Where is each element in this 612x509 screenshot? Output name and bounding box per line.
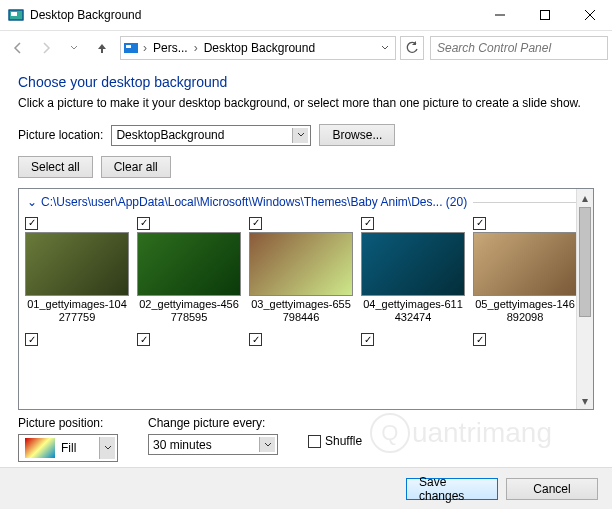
thumbnail-item[interactable]: ✓02_gettyimages-456778595 [137, 213, 241, 326]
thumbnail-checkbox[interactable]: ✓ [249, 217, 262, 230]
close-button[interactable] [567, 0, 612, 30]
chevron-down-icon [259, 437, 275, 452]
chevron-down-icon [99, 437, 115, 459]
thumbnail-image[interactable] [137, 232, 241, 296]
page-heading: Choose your desktop background [18, 74, 594, 90]
maximize-button[interactable] [522, 0, 567, 30]
dialog-footer: Save changes Cancel [0, 467, 612, 509]
recent-dropdown-icon[interactable] [60, 34, 88, 62]
browse-button[interactable]: Browse... [319, 124, 395, 146]
address-dropdown-icon[interactable] [375, 43, 395, 53]
vertical-scrollbar[interactable]: ▴ ▾ [576, 189, 593, 409]
back-button[interactable] [4, 34, 32, 62]
thumbnail-item[interactable]: ✓04_gettyimages-611432474 [361, 213, 465, 326]
chevron-right-icon[interactable]: › [141, 41, 149, 55]
chevron-right-icon[interactable]: › [192, 41, 200, 55]
forward-button [32, 34, 60, 62]
group-header[interactable]: ⌄ C:\Users\user\AppData\Local\Microsoft\… [25, 193, 587, 213]
thumbnail-name: 05_gettyimages-146892098 [473, 296, 577, 326]
scrollbar-thumb[interactable] [579, 207, 591, 317]
title-bar: Desktop Background [0, 0, 612, 30]
thumbnail-checkbox[interactable]: ✓ [25, 333, 38, 346]
position-value: Fill [61, 441, 76, 455]
window-title: Desktop Background [30, 8, 477, 22]
search-box[interactable] [430, 36, 608, 60]
navigation-bar: › Pers... › Desktop Background [0, 30, 612, 64]
save-changes-button[interactable]: Save changes [406, 478, 498, 500]
minimize-button[interactable] [477, 0, 522, 30]
change-every-dropdown[interactable]: 30 minutes [148, 434, 278, 455]
thumbnail-checkbox[interactable]: ✓ [25, 217, 38, 230]
picture-location-dropdown[interactable]: DesktopBackground [111, 125, 311, 146]
cancel-button[interactable]: Cancel [506, 478, 598, 500]
address-bar[interactable]: › Pers... › Desktop Background [120, 36, 396, 60]
thumbnail-image[interactable] [25, 232, 129, 296]
thumbnail-image[interactable] [473, 232, 577, 296]
thumbnail-checkbox[interactable]: ✓ [473, 333, 486, 346]
thumbnail-item[interactable]: ✓01_gettyimages-104277759 [25, 213, 129, 326]
scroll-up-icon[interactable]: ▴ [577, 189, 593, 206]
picture-position-label: Picture position: [18, 416, 118, 430]
group-path: C:\Users\user\AppData\Local\Microsoft\Wi… [41, 195, 467, 209]
clear-all-button[interactable]: Clear all [101, 156, 171, 178]
select-all-button[interactable]: Select all [18, 156, 93, 178]
thumbnail-item[interactable]: ✓03_gettyimages-655798446 [249, 213, 353, 326]
search-input[interactable] [437, 41, 601, 55]
svg-rect-8 [126, 45, 131, 48]
thumbnail-name: 04_gettyimages-611432474 [361, 296, 465, 326]
refresh-button[interactable] [400, 36, 424, 60]
scroll-down-icon[interactable]: ▾ [577, 392, 593, 409]
thumbnail-image[interactable] [361, 232, 465, 296]
change-every-label: Change picture every: [148, 416, 278, 430]
svg-rect-1 [11, 12, 17, 16]
location-icon [121, 42, 141, 54]
chevron-down-icon [292, 128, 308, 143]
picture-gallery: ⌄ C:\Users\user\AppData\Local\Microsoft\… [18, 188, 594, 410]
thumbnail-item[interactable]: ✓05_gettyimages-146892098 [473, 213, 577, 326]
thumbnail-image[interactable] [249, 232, 353, 296]
thumbnail-checkbox[interactable]: ✓ [249, 333, 262, 346]
picture-location-label: Picture location: [18, 128, 103, 142]
thumbnail-checkbox[interactable]: ✓ [137, 333, 150, 346]
picture-position-dropdown[interactable]: Fill [18, 434, 118, 462]
picture-location-value: DesktopBackground [116, 128, 224, 142]
shuffle-checkbox[interactable] [308, 435, 321, 448]
page-subheading: Click a picture to make it your desktop … [18, 96, 594, 110]
breadcrumb-segment[interactable]: Desktop Background [200, 37, 319, 59]
breadcrumb-segment[interactable]: Pers... [149, 37, 192, 59]
up-button[interactable] [88, 34, 116, 62]
thumbnail-name: 02_gettyimages-456778595 [137, 296, 241, 326]
thumbnail-checkbox[interactable]: ✓ [473, 217, 486, 230]
position-preview-icon [25, 438, 55, 458]
app-icon [8, 7, 24, 23]
thumbnail-checkbox[interactable]: ✓ [137, 217, 150, 230]
shuffle-label: Shuffle [325, 434, 362, 448]
svg-rect-4 [540, 11, 549, 20]
change-every-value: 30 minutes [153, 438, 212, 452]
thumbnail-name: 03_gettyimages-655798446 [249, 296, 353, 326]
thumbnail-name: 01_gettyimages-104277759 [25, 296, 129, 326]
thumbnail-checkbox[interactable]: ✓ [361, 217, 374, 230]
thumbnail-checkbox[interactable]: ✓ [361, 333, 374, 346]
expand-collapse-icon[interactable]: ⌄ [27, 195, 37, 209]
